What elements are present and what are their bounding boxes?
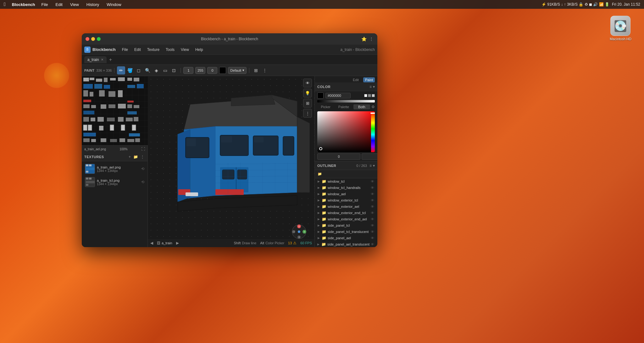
menu-history[interactable]: History — [85, 2, 100, 8]
outliner-item-window-exterior-ael[interactable]: ▶ 📁 window_exterior_ael 👁 — [315, 203, 377, 210]
outliner-item-window-exterior-end-tcl[interactable]: ▶ 📁 window_exterior_end_tcl 👁 — [315, 210, 377, 216]
nav-compass[interactable]: X -X Y -Y — [291, 224, 307, 240]
color-swatch[interactable] — [219, 67, 226, 74]
desktop-icon-macintosh-hd[interactable]: 💽 Macintosh HD — [610, 16, 631, 41]
visibility-window-tcl[interactable]: 👁 — [371, 180, 374, 183]
outliner-item-window-ael[interactable]: ▶ 📁 window_ael 👁 — [315, 191, 377, 197]
fill-tool-btn[interactable]: 🪣 — [126, 66, 134, 75]
apple-menu[interactable]:  — [4, 2, 6, 7]
expand-icon-side-panel-tcl[interactable]: ▶ — [317, 224, 320, 227]
window-menu-btn[interactable]: ⋮ — [369, 36, 374, 41]
expand-icon-window-exterior-end-ael[interactable]: ▶ — [317, 217, 320, 221]
visibility-window-exterior-end-ael[interactable]: 👁 — [371, 217, 374, 221]
rgb-g-input[interactable]: 0 — [362, 153, 377, 160]
menu-view[interactable]: View — [69, 2, 80, 8]
viewport-btn-eye[interactable]: 👁 — [303, 79, 312, 87]
swatch-white[interactable] — [364, 94, 367, 97]
visibility-side-panel-tcl[interactable]: 👁 — [371, 224, 374, 227]
texture-action-ael[interactable]: ⟲ — [141, 167, 144, 171]
color-gradient-strip[interactable] — [317, 100, 375, 102]
visibility-side-panel-ael[interactable]: 👁 — [371, 236, 374, 240]
grid-toggle-btn[interactable]: ⊞ — [252, 66, 260, 75]
visibility-side-panel-tcl-translucent[interactable]: 👁 — [371, 230, 374, 234]
nav-prev-btn[interactable]: ◀ — [150, 241, 153, 245]
window-pin-btn[interactable]: ⭐ — [361, 36, 367, 41]
both-tab[interactable]: Both — [353, 104, 370, 109]
palette-tab[interactable]: Palette — [335, 104, 352, 109]
close-button[interactable] — [86, 37, 89, 41]
picker-tab[interactable]: Picker — [317, 104, 334, 109]
app-menu-view[interactable]: View — [178, 47, 192, 53]
outliner-item-side-panel-ael-translucent[interactable]: ▶ 📁 side_panel_ael_translucent 👁 — [315, 241, 377, 247]
visibility-window-exterior-ael[interactable]: 👁 — [371, 205, 374, 208]
menu-edit[interactable]: Edit — [54, 2, 64, 8]
color-hex-swatch[interactable] — [317, 92, 324, 99]
tab-close-btn[interactable]: ✕ — [101, 58, 103, 61]
minimize-button[interactable] — [91, 37, 95, 41]
outliner-item-side-panel-tcl[interactable]: ▶ 📁 side_panel_tcl 👁 — [315, 222, 377, 229]
expand-icon-window-exterior-end-tcl[interactable]: ▶ — [317, 211, 320, 215]
viewport-btn-grid[interactable]: ⊞ — [303, 99, 312, 108]
expand-icon-window-exterior-tcl[interactable]: ▶ — [317, 198, 320, 202]
visibility-window-tcl-handrails[interactable]: 👁 — [371, 186, 374, 190]
eraser-tool-btn[interactable]: ◻ — [135, 66, 143, 75]
outliner-item-window-tcl[interactable]: ▶ 📁 window_tcl 👁 — [315, 178, 377, 185]
visibility-window-exterior-tcl[interactable]: 👁 — [371, 198, 374, 202]
tab-add-btn[interactable]: + — [108, 57, 113, 63]
outliner-item-side-panel-tcl-translucent[interactable]: ▶ 📁 side_panel_tcl_translucent 👁 — [315, 229, 377, 235]
color-collapse-btn[interactable]: ▾ — [373, 85, 375, 89]
viewport[interactable]: 👁 💡 ⊞ ⋮ X -X — [148, 76, 314, 247]
expand-icon-side-panel-ael-translucent[interactable]: ▶ — [317, 242, 320, 246]
blur-tool-btn[interactable]: ◈ — [152, 66, 160, 75]
expand-icon-window-tcl-handrails[interactable]: ▶ — [317, 186, 320, 190]
hue-bar[interactable] — [371, 111, 375, 152]
outliner-add-group-btn[interactable]: 📁 — [317, 171, 323, 177]
shape-tool-btn[interactable]: ▭ — [161, 66, 169, 75]
app-menu-tools[interactable]: Tools — [163, 47, 177, 53]
toolbar-num-3[interactable]: 0 — [207, 67, 217, 74]
color-menu-btn[interactable]: ≡ — [369, 85, 372, 89]
outliner-item-window-exterior-tcl[interactable]: ▶ 📁 window_exterior_tcl 👁 — [315, 197, 377, 203]
paint-tab[interactable]: Paint — [363, 77, 375, 82]
uv-tool-btn[interactable]: ⊡ — [170, 66, 178, 75]
texture-item-tcl[interactable]: a_train_tcl.png 1344 × 1344px ⟲ — [83, 176, 146, 188]
tab-a-train[interactable]: a_train ✕ — [84, 56, 107, 63]
expand-icon-window-ael[interactable]: ▶ — [317, 192, 320, 196]
app-menu-file[interactable]: File — [119, 47, 130, 53]
outliner-item-window-tcl-handrails[interactable]: ▶ 📁 window_tcl_handrails 👁 — [315, 185, 377, 191]
expand-icon-side-panel-ael[interactable]: ▶ — [317, 236, 320, 240]
texture-item-ael[interactable]: a_train_ael.png 1344 × 1344px ⟲ — [83, 163, 146, 175]
brush-tool-btn[interactable]: ✏ — [117, 66, 125, 75]
picker-tool-btn[interactable]: 🔍 — [143, 66, 152, 75]
color-picker-box[interactable] — [317, 111, 375, 152]
expand-icon-side-panel-tcl-translucent[interactable]: ▶ — [317, 230, 320, 234]
mode-dropdown[interactable]: Default ▾ — [228, 67, 247, 74]
edit-tab[interactable]: Edit — [351, 77, 361, 82]
swatch-light-gray[interactable] — [372, 94, 375, 97]
texture-fullscreen-btn[interactable]: ⛶ — [141, 147, 145, 151]
viewport-btn-menu[interactable]: ⋮ — [303, 109, 312, 118]
outliner-item-side-panel-ael[interactable]: ▶ 📁 side_panel_ael 👁 — [315, 235, 377, 241]
texture-canvas[interactable] — [82, 76, 148, 145]
menu-file[interactable]: File — [40, 2, 49, 8]
color-hex-input[interactable] — [325, 93, 351, 98]
textures-folder-btn[interactable]: 📁 — [133, 154, 139, 160]
outliner-collapse-btn[interactable]: ▾ — [373, 163, 375, 168]
rgb-r-input[interactable]: 0 — [317, 153, 360, 160]
app-menu-help[interactable]: Help — [193, 47, 206, 53]
visibility-window-exterior-end-tcl[interactable]: 👁 — [371, 211, 374, 215]
visibility-window-ael[interactable]: 👁 — [371, 192, 374, 196]
visibility-side-panel-ael-translucent[interactable]: 👁 — [371, 242, 374, 246]
textures-menu-btn[interactable]: ⋮ — [140, 154, 145, 160]
view-options-btn[interactable]: ⋮ — [261, 66, 269, 75]
color-settings-btn[interactable]: ⚙ — [371, 105, 375, 109]
app-menu-edit[interactable]: Edit — [132, 47, 143, 53]
textures-add-btn[interactable]: + — [128, 154, 131, 160]
outliner-menu-btn[interactable]: ≡ — [369, 163, 372, 168]
app-menu-texture[interactable]: Texture — [145, 47, 162, 53]
swatch-gray[interactable] — [368, 94, 371, 97]
texture-action-tcl[interactable]: ⟲ — [141, 180, 144, 184]
toolbar-num-1[interactable]: 1 — [183, 67, 193, 74]
menu-window[interactable]: Window — [105, 2, 122, 8]
viewport-btn-light[interactable]: 💡 — [303, 89, 312, 97]
